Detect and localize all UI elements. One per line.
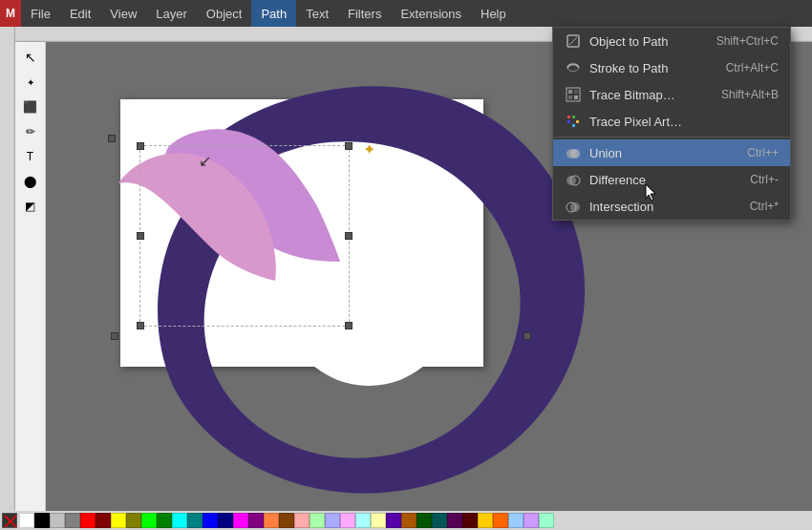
path-dropdown-menu: Object to Path Shift+Ctrl+C Stroke to Pa… bbox=[552, 27, 791, 221]
handle-ml[interactable] bbox=[137, 232, 144, 240]
menu-item-trace-bitmap[interactable]: Trace Bitmap… Shift+Alt+B bbox=[553, 81, 790, 108]
text-tool[interactable]: T bbox=[19, 145, 42, 168]
handle-br[interactable] bbox=[345, 322, 353, 329]
color-silver[interactable] bbox=[50, 513, 65, 528]
color-darkgreen[interactable] bbox=[417, 513, 432, 528]
menu-item-difference[interactable]: Difference Ctrl+- bbox=[553, 166, 790, 193]
color-lightblue[interactable] bbox=[325, 513, 340, 528]
left-toolbar: ↖ ✦ ⬛ ✏ T ⬤ ◩ bbox=[15, 42, 46, 511]
selection-box bbox=[139, 145, 350, 327]
svg-rect-4 bbox=[568, 90, 572, 94]
color-darkred[interactable] bbox=[462, 513, 478, 528]
select-tool[interactable]: ↖ bbox=[19, 46, 42, 69]
color-olive[interactable] bbox=[126, 513, 141, 528]
trace-pixel-icon bbox=[565, 113, 582, 130]
handle-outer-br[interactable] bbox=[524, 332, 531, 340]
color-lightyellow[interactable] bbox=[371, 513, 386, 528]
menu-separator-1 bbox=[553, 137, 790, 138]
menu-text[interactable]: Text bbox=[296, 0, 338, 27]
color-green[interactable] bbox=[157, 513, 172, 528]
color-darkviolet[interactable] bbox=[447, 513, 462, 528]
handle-outer-tl[interactable] bbox=[108, 135, 116, 142]
color-violet[interactable] bbox=[386, 513, 401, 528]
menu-item-stroke-to-path[interactable]: Stroke to Path Ctrl+Alt+C bbox=[553, 54, 790, 81]
gradient-tool[interactable]: ◩ bbox=[19, 195, 42, 218]
object-path-icon bbox=[565, 32, 582, 50]
none-swatch[interactable] bbox=[2, 513, 17, 528]
menu-item-union[interactable]: Union Ctrl++ bbox=[553, 139, 790, 166]
svg-rect-5 bbox=[574, 90, 578, 94]
color-orchid[interactable] bbox=[524, 513, 539, 528]
color-lightcyan[interactable] bbox=[355, 513, 371, 528]
union-label: Union bbox=[589, 146, 739, 160]
svg-rect-12 bbox=[572, 124, 575, 127]
color-lavender[interactable] bbox=[340, 513, 355, 528]
object-to-path-shortcut: Shift+Ctrl+C bbox=[716, 34, 779, 48]
color-pink[interactable] bbox=[294, 513, 310, 528]
menu-extensions[interactable]: Extensions bbox=[391, 0, 471, 27]
color-maroon[interactable] bbox=[96, 513, 111, 528]
menu-item-intersection[interactable]: Intersection Ctrl+* bbox=[553, 193, 790, 220]
trace-pixel-art-label: Trace Pixel Art… bbox=[589, 115, 771, 129]
svg-rect-6 bbox=[568, 95, 572, 99]
menu-item-object-to-path[interactable]: Object to Path Shift+Ctrl+C bbox=[553, 28, 790, 54]
menu-layer[interactable]: Layer bbox=[146, 0, 197, 27]
menu-path[interactable]: Path bbox=[251, 0, 296, 27]
ruler-left bbox=[0, 27, 15, 511]
stroke-to-path-shortcut: Ctrl+Alt+C bbox=[726, 61, 779, 74]
color-black[interactable] bbox=[34, 513, 50, 528]
node-tool[interactable]: ✦ bbox=[19, 71, 42, 94]
svg-rect-8 bbox=[567, 116, 570, 118]
zoom-tool[interactable]: ⬛ bbox=[19, 95, 42, 118]
menu-item-trace-pixel-art[interactable]: Trace Pixel Art… bbox=[553, 108, 790, 135]
stroke-to-path-label: Stroke to Path bbox=[589, 61, 718, 75]
svg-point-14 bbox=[570, 149, 580, 159]
color-blue[interactable] bbox=[203, 513, 218, 528]
color-navy[interactable] bbox=[218, 513, 233, 528]
handle-tr[interactable] bbox=[345, 142, 353, 150]
svg-rect-11 bbox=[576, 120, 579, 123]
color-teal[interactable] bbox=[187, 513, 203, 528]
trace-bitmap-icon bbox=[565, 86, 582, 103]
color-white[interactable] bbox=[19, 513, 34, 528]
menu-view[interactable]: View bbox=[100, 0, 146, 27]
handle-outer-bl[interactable] bbox=[111, 332, 118, 340]
color-darkorange[interactable] bbox=[493, 513, 508, 528]
color-orange[interactable] bbox=[264, 513, 279, 528]
color-aqua[interactable] bbox=[172, 513, 187, 528]
color-red[interactable] bbox=[80, 513, 96, 528]
color-darkcyan[interactable] bbox=[432, 513, 447, 528]
color-yellow[interactable] bbox=[111, 513, 126, 528]
color-mint[interactable] bbox=[539, 513, 554, 528]
marker-star: ✦ bbox=[363, 141, 375, 158]
union-icon bbox=[565, 144, 582, 161]
handle-tl[interactable] bbox=[137, 142, 144, 150]
color-lightgreen[interactable] bbox=[310, 513, 325, 528]
color-fuchsia[interactable] bbox=[233, 513, 248, 528]
menu-help[interactable]: Help bbox=[471, 0, 516, 27]
menu-filters[interactable]: Filters bbox=[338, 0, 391, 27]
svg-rect-9 bbox=[572, 116, 575, 118]
menubar: M File Edit View Layer Object Path Text … bbox=[0, 0, 812, 27]
app-logo: M bbox=[0, 0, 21, 27]
menu-file[interactable]: File bbox=[21, 0, 60, 27]
menu-edit[interactable]: Edit bbox=[60, 0, 100, 27]
color-purple[interactable] bbox=[248, 513, 264, 528]
color-lime[interactable] bbox=[141, 513, 157, 528]
color-gray[interactable] bbox=[65, 513, 80, 528]
difference-icon bbox=[565, 171, 582, 188]
union-shortcut: Ctrl++ bbox=[747, 146, 779, 159]
color-sienna[interactable] bbox=[401, 513, 417, 528]
color-skyblue[interactable] bbox=[508, 513, 524, 528]
intersection-shortcut: Ctrl+* bbox=[750, 200, 779, 213]
color-gold[interactable] bbox=[478, 513, 493, 528]
menu-object[interactable]: Object bbox=[197, 0, 252, 27]
handle-bl[interactable] bbox=[137, 322, 144, 329]
difference-shortcut: Ctrl+- bbox=[750, 173, 779, 186]
pencil-tool[interactable]: ✏ bbox=[19, 120, 42, 143]
svg-rect-10 bbox=[567, 120, 570, 123]
fill-tool[interactable]: ⬤ bbox=[19, 170, 42, 193]
color-brown[interactable] bbox=[279, 513, 294, 528]
svg-point-18 bbox=[570, 202, 580, 212]
handle-mr[interactable] bbox=[345, 232, 353, 240]
